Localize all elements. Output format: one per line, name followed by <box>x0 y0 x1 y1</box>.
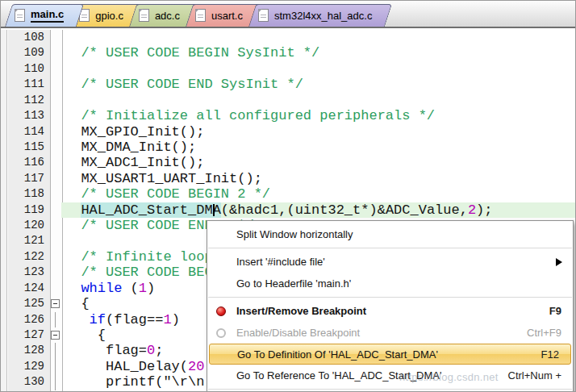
fold-margin <box>50 218 61 233</box>
code-segment: 2 <box>468 202 476 218</box>
code-segment: /* USER CODE BEGIN SysInit */ <box>65 45 319 60</box>
menu-item-go-to-definition[interactable]: Go To Definition Of 'HAL_ADC_Start_DMA' … <box>209 344 571 365</box>
code-line: 109 /* USER CODE BEGIN SysInit */ <box>1 45 575 60</box>
code-segment: flag= <box>65 343 147 358</box>
fold-collapse-minus-icon[interactable] <box>51 331 60 340</box>
line-number: 116 <box>8 155 50 170</box>
code-line: 115 MX_DMA_Init(); <box>1 140 575 155</box>
code-segment: 0 <box>147 343 155 358</box>
code-line: 108 <box>1 30 575 45</box>
code-segment <box>65 281 81 296</box>
menu-item-go-to-reference[interactable]: Go To Reference To 'HAL_ADC_Start_DMA' C… <box>207 365 573 386</box>
code-text[interactable] <box>61 93 575 108</box>
fold-margin <box>50 30 61 45</box>
code-text[interactable]: /* USER CODE END SysInit */ <box>61 77 575 92</box>
menu-item-label: Go To Definition Of 'HAL_ADC_Start_DMA' <box>237 348 438 361</box>
fold-margin <box>50 312 61 327</box>
line-number: 123 <box>8 265 50 280</box>
menu-separator <box>208 297 572 298</box>
tab-label: stm32l4xx_hal_adc.c <box>274 10 372 22</box>
tab-label: usart.c <box>211 10 243 22</box>
fold-margin <box>50 155 61 170</box>
code-segment: ); <box>476 202 492 218</box>
context-menu: Split Window horizontally Insert '#inclu… <box>207 220 574 392</box>
line-number: 126 <box>8 312 50 327</box>
tab-label: adc.c <box>155 10 180 22</box>
fold-margin <box>50 359 61 374</box>
code-text[interactable]: MX_ADC1_Init(); <box>61 155 575 170</box>
text-caret <box>213 204 215 216</box>
line-number: 130 <box>8 374 50 390</box>
code-text[interactable]: HAL_ADC_Start_DMA(&hadc1,(uint32_t*)&ADC… <box>61 202 575 218</box>
code-segment: if <box>90 312 106 327</box>
code-segment: { <box>65 296 90 311</box>
code-segment: MX_ADC1_Init(); <box>65 155 204 170</box>
line-number: 109 <box>8 45 50 60</box>
code-text[interactable]: MX_USART1_UART_Init(); <box>61 171 575 186</box>
code-line: 114 MX_GPIO_Init(); <box>1 124 575 140</box>
tab-stm32l4xx-hal-adc-c[interactable]: stm32l4xx_hal_adc.c <box>248 4 385 27</box>
menu-item-go-to-headerfile[interactable]: Go to Headerfile 'main.h' <box>207 273 573 294</box>
code-text[interactable]: MX_DMA_Init(); <box>61 140 575 155</box>
fold-margin <box>50 296 61 311</box>
code-line: 117 MX_USART1_UART_Init(); <box>1 171 575 186</box>
line-number: 117 <box>8 171 50 186</box>
fold-margin <box>50 343 61 358</box>
file-icon <box>15 9 25 22</box>
menu-item-label: Enable/Disable Breakpoint <box>236 327 360 339</box>
code-segment: MX_GPIO_Init(); <box>65 124 204 140</box>
menu-shortcut: Ctrl+Num + <box>508 369 561 382</box>
line-number: 113 <box>8 108 50 123</box>
fold-margin <box>50 186 61 202</box>
code-line: 110 <box>1 61 575 77</box>
code-text[interactable] <box>61 61 575 77</box>
code-segment: ; <box>155 343 163 358</box>
code-text[interactable] <box>61 30 575 45</box>
fold-margin <box>50 249 61 265</box>
code-segment: MX_DMA_Init(); <box>65 140 196 155</box>
tab-label: main.c <box>31 8 64 23</box>
code-segment <box>65 202 81 218</box>
code-segment: ( <box>122 281 138 296</box>
menu-shortcut: Ctrl+F9 <box>527 327 561 339</box>
menu-item-enable-disable-breakpoint: Enable/Disable Breakpoint Ctrl+F9 <box>207 322 573 344</box>
fold-margin <box>50 140 61 155</box>
menu-item-insert-include[interactable]: Insert '#include file' <box>207 251 573 273</box>
line-number: 129 <box>8 359 50 374</box>
line-number: 115 <box>8 140 50 155</box>
fold-margin <box>50 45 61 60</box>
code-segment: /* Initialize all configured peripherals… <box>65 108 435 123</box>
code-line: 113 /* Initialize all configured periphe… <box>1 108 575 123</box>
line-number: 120 <box>8 218 50 233</box>
tab-adc-c[interactable]: adc.c <box>129 4 193 27</box>
tab-usart-c[interactable]: usart.c <box>186 4 256 27</box>
menu-shortcut: F9 <box>549 305 561 317</box>
fold-margin <box>50 93 61 108</box>
code-text[interactable]: /* USER CODE BEGIN SysInit */ <box>61 45 575 60</box>
watermark: https://blog.csdn.net <box>399 371 499 383</box>
fold-margin <box>50 233 61 248</box>
code-segment: ) <box>147 281 155 296</box>
line-number: 114 <box>8 124 50 140</box>
fold-margin <box>50 77 61 92</box>
menu-item-split-window[interactable]: Split Window horizontally <box>207 223 573 245</box>
line-number: 127 <box>8 327 50 343</box>
tab-main-c[interactable]: main.c <box>5 4 77 27</box>
code-segment: 1 <box>163 312 171 327</box>
line-number: 112 <box>8 93 50 108</box>
fold-collapse-minus-icon[interactable] <box>51 299 60 308</box>
code-text[interactable]: /* Initialize all configured peripherals… <box>61 108 575 123</box>
code-text[interactable]: MX_GPIO_Init(); <box>61 124 575 140</box>
fold-margin <box>50 108 61 123</box>
fold-margin <box>50 124 61 140</box>
code-segment: ) <box>172 312 180 327</box>
code-text[interactable]: /* USER CODE BEGIN 2 */ <box>61 186 575 202</box>
file-icon <box>258 9 269 22</box>
code-segment: MX_USART1_UART_Init(); <box>65 171 262 186</box>
tab-label: gpio.c <box>95 10 123 22</box>
line-number: 121 <box>8 233 50 248</box>
line-number: 125 <box>8 296 50 311</box>
menu-item-insert-remove-breakpoint[interactable]: Insert/Remove Breakpoint F9 <box>207 300 573 322</box>
code-segment: printf("\r\n <box>65 374 204 390</box>
code-line: 112 <box>1 93 575 108</box>
